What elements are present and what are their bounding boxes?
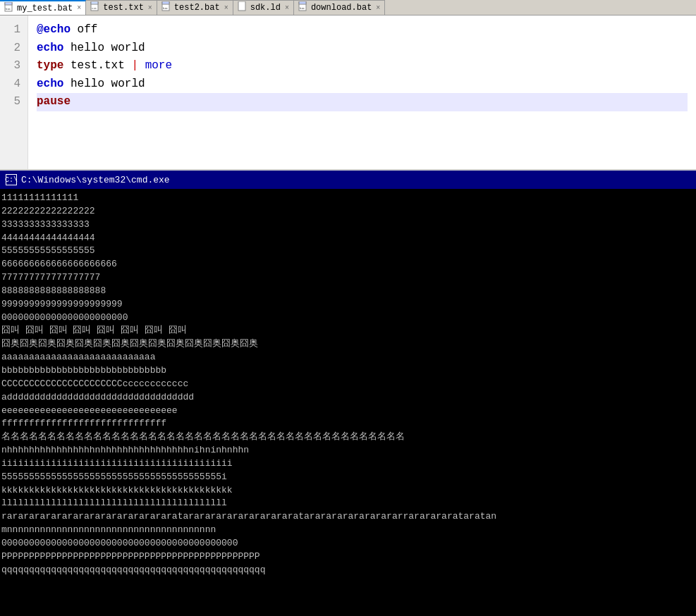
terminal-line: 00000000000000000000000: [1, 312, 695, 325]
tab-label: test2.bat: [174, 3, 220, 13]
code-line[interactable]: pause: [37, 93, 688, 111]
svg-rect-9: [238, 1, 245, 11]
file-icon: [238, 1, 248, 14]
code-token: @echo: [37, 23, 71, 36]
code-token: pause: [37, 95, 71, 108]
cmd-icon: C:\: [6, 174, 17, 185]
code-token: |: [131, 59, 138, 72]
file-icon: bat: [4, 2, 14, 15]
svg-rect-7: [162, 1, 169, 4]
terminal-line: ffffffffffffffffffffffffffffff: [1, 417, 695, 431]
file-icon: bat: [161, 1, 171, 14]
code-token: echo: [37, 42, 63, 54]
tab-my_test-bat[interactable]: batmy_test.bat×: [0, 0, 86, 15]
terminal-line: llllllllllllllllllllllllllllllllllllllll…: [1, 497, 695, 510]
terminal-line: 666666666666666666666: [1, 258, 695, 271]
svg-text:bat: bat: [6, 8, 11, 11]
svg-rect-1: [5, 2, 12, 5]
terminal-line: rarararararararararararararararatararara…: [1, 510, 695, 524]
terminal-line: CCCCCCCCCCCCCCCCCCCCCCcccccccccccc: [1, 378, 695, 391]
tab-close-button[interactable]: ×: [285, 4, 289, 12]
tab-label: test.txt: [103, 3, 144, 13]
code-token: more: [145, 59, 172, 72]
tab-close-button[interactable]: ×: [148, 4, 152, 12]
cmd-window: C:\ C:\Windows\system32\cmd.exe 11111111…: [0, 171, 696, 616]
cmd-title: C:\Windows\system32\cmd.exe: [21, 175, 170, 185]
line-number: 5: [7, 93, 20, 111]
line-number: 1: [7, 21, 20, 39]
cmd-terminal[interactable]: 1111111111111122222222222222222333333333…: [0, 189, 696, 616]
code-token: test.txt: [63, 59, 131, 72]
terminal-line: bbbbbbbbbbbbbbbbbbbbbbbbbbbbbb: [1, 364, 695, 378]
file-icon: txt: [90, 1, 100, 14]
line-number: 3: [7, 57, 20, 75]
terminal-line: 9999999999999999999999: [1, 298, 695, 312]
tab-test-txt[interactable]: txttest.txt×: [86, 0, 157, 15]
tab-bar: batmy_test.bat×txttest.txt×battest2.bat×…: [0, 0, 696, 16]
terminal-line: aaaaaaaaaaaaaaaaaaaaaaaaaaaa: [1, 351, 695, 364]
code-token: type: [37, 59, 63, 72]
line-numbers: 12345: [0, 16, 28, 169]
svg-rect-4: [91, 1, 98, 4]
tab-close-button[interactable]: ×: [77, 4, 81, 12]
terminal-line: 囧叫 囧叫 囧叫 囧叫 囧叫 囧叫 囧叫 囧叫: [1, 324, 695, 338]
code-token: hello world: [63, 42, 145, 54]
tab-label: download.bat: [311, 3, 372, 13]
editor-area: 12345 @echo offecho hello worldtype test…: [0, 16, 696, 171]
terminal-line: PPPPPPPPPPPPPPPPPPPPPPPPPPPPPPPPPPPPPPPP…: [1, 550, 695, 564]
terminal-line: 8888888888888888888: [1, 285, 695, 298]
terminal-line: 44444444444444444: [1, 232, 695, 245]
terminal-line: 囧奥囧奥囧奥囧奥囧奥囧奥囧奥囧奥囧奥囧奥囧奥囧奥囧奥囧奥: [1, 338, 695, 351]
terminal-line: 5555555555555555555555555555555555555555…: [1, 471, 695, 484]
terminal-line: 22222222222222222: [1, 205, 695, 218]
code-token: [138, 59, 145, 72]
code-token: echo: [37, 78, 63, 90]
terminal-line: adddddddddddddddddddddddddddddddddd: [1, 391, 695, 405]
terminal-line: 777777777777777777: [1, 271, 695, 285]
svg-text:bat: bat: [163, 7, 168, 10]
terminal-line: 3333333333333333: [1, 218, 695, 232]
terminal-line: qqqqqqqqqqqqqqqqqqqqqqqqqqqqqqqqqqqqqqqq…: [1, 564, 695, 577]
terminal-line: iiiiiiiiiiiiiiiiiiiiiiiiiiiiiiiiiiiiiiii…: [1, 457, 695, 471]
svg-text:txt: txt: [92, 7, 97, 10]
tab-label: sdk.ld: [250, 3, 281, 13]
tab-sdk-ld[interactable]: sdk.ld×: [233, 0, 294, 15]
terminal-line: 11111111111111: [1, 192, 695, 205]
cmd-titlebar: C:\ C:\Windows\system32\cmd.exe: [0, 171, 696, 189]
code-line[interactable]: @echo off: [37, 21, 688, 39]
code-token: off: [71, 23, 97, 36]
svg-rect-11: [299, 1, 306, 4]
code-line[interactable]: echo hello world: [37, 75, 688, 94]
terminal-line: 55555555555555555: [1, 245, 695, 258]
terminal-line: 0000000000000000000000000000000000000000…: [1, 537, 695, 550]
code-token: hello world: [63, 78, 145, 90]
terminal-line: eeeeeeeeeeeeeeeeeeeeeeeeeeeeeeee: [1, 405, 695, 418]
tab-close-button[interactable]: ×: [224, 4, 228, 12]
file-icon: bat: [298, 1, 308, 14]
tab-test2-bat[interactable]: battest2.bat×: [157, 0, 233, 15]
code-line[interactable]: echo hello world: [37, 39, 688, 58]
line-number: 4: [7, 75, 20, 94]
terminal-line: mnnnnnnnnnnnnnnnnnnnnnnnnnnnnnnnnnnnnnn: [1, 524, 695, 537]
tab-download-bat[interactable]: batdownload.bat×: [294, 0, 385, 15]
code-area[interactable]: @echo offecho hello worldtype test.txt |…: [28, 16, 696, 169]
terminal-line: nhhhhhhhhhhhhhhhhnhhhhhhhhhhhhhhhhnihnin…: [1, 444, 695, 457]
line-number: 2: [7, 39, 20, 58]
terminal-line: 名名名名名名名名名名名名名名名名名名名名名名名名名名名名名名名名名名名名名名名名…: [1, 431, 695, 444]
code-line[interactable]: type test.txt | more: [37, 57, 688, 75]
tab-close-button[interactable]: ×: [376, 4, 380, 12]
svg-text:bat: bat: [300, 7, 305, 10]
terminal-line: kkkkkkkkkkkkkkkkkkkkkkkkkkkkkkkkkkkkkkkk…: [1, 484, 695, 498]
tab-label: my_test.bat: [17, 4, 73, 13]
